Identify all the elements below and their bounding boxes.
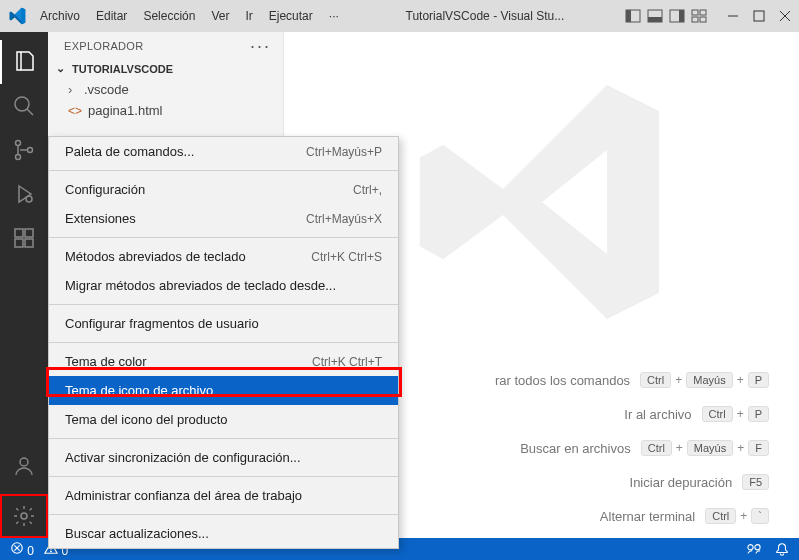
svg-rect-6 — [692, 10, 698, 15]
menu-item-label: Métodos abreviados de teclado — [65, 249, 246, 264]
layout-controls — [625, 8, 707, 24]
menu-item[interactable]: Administrar confianza del área de trabaj… — [49, 481, 398, 510]
cmd-start-debugging: Iniciar depuración F5 — [495, 474, 769, 490]
menu-item[interactable]: Migrar métodos abreviados de teclado des… — [49, 271, 398, 300]
svg-point-14 — [15, 97, 29, 111]
menu-item-label: Migrar métodos abreviados de teclado des… — [65, 278, 336, 293]
chevron-right-icon: › — [68, 82, 78, 97]
menu-archivo[interactable]: Archivo — [34, 5, 86, 27]
menu-item[interactable]: ConfiguraciónCtrl+, — [49, 175, 398, 204]
key: Mayús — [687, 440, 733, 456]
customize-layout-icon[interactable] — [691, 8, 707, 24]
close-icon[interactable] — [779, 10, 791, 22]
vscode-watermark-icon — [412, 72, 672, 332]
menu-item-shortcut: Ctrl+, — [353, 183, 382, 197]
file-tree: › .vscode <> pagina1.html — [48, 79, 283, 121]
svg-rect-1 — [626, 10, 631, 22]
feedback-icon[interactable] — [747, 542, 761, 556]
panel-bottom-icon[interactable] — [647, 8, 663, 24]
svg-rect-11 — [754, 11, 764, 21]
tree-file-pagina1[interactable]: <> pagina1.html — [64, 100, 283, 121]
title-bar: Archivo Editar Selección Ver Ir Ejecutar… — [0, 0, 799, 32]
menu-item[interactable]: Tema de icono de archivo — [49, 376, 398, 405]
cmd-label: Ir al archivo — [624, 407, 691, 422]
svg-rect-3 — [648, 17, 662, 22]
panel-left-icon[interactable] — [625, 8, 641, 24]
key: P — [748, 372, 769, 388]
status-errors[interactable]: 0 — [10, 541, 34, 558]
menu-item[interactable]: Paleta de comandos...Ctrl+Mayús+P — [49, 137, 398, 166]
minimize-icon[interactable] — [727, 10, 739, 22]
key: P — [748, 406, 769, 422]
menu-item-label: Extensiones — [65, 211, 136, 226]
menu-item[interactable]: Tema de colorCtrl+K Ctrl+T — [49, 347, 398, 376]
menu-item-label: Administrar confianza del área de trabaj… — [65, 488, 302, 503]
menu-separator — [49, 438, 398, 439]
menu-editar[interactable]: Editar — [90, 5, 133, 27]
project-header[interactable]: ⌄ TUTORIALVSCODE — [48, 58, 283, 79]
menu-item[interactable]: ExtensionesCtrl+Mayús+X — [49, 204, 398, 233]
menu-seleccion[interactable]: Selección — [137, 5, 201, 27]
svg-rect-21 — [25, 229, 33, 237]
activity-bar — [0, 32, 48, 538]
svg-rect-22 — [15, 239, 23, 247]
explorer-title: EXPLORADOR — [64, 40, 143, 52]
activity-search[interactable] — [0, 84, 48, 128]
menu-overflow[interactable]: ··· — [323, 5, 345, 27]
menu-item-shortcut: Ctrl+Mayús+P — [306, 145, 382, 159]
cmd-find-in-files: Buscar en archivos Ctrl+Mayús+F — [495, 440, 769, 456]
svg-point-30 — [51, 551, 52, 552]
activity-run-debug[interactable] — [0, 172, 48, 216]
tree-folder-vscode[interactable]: › .vscode — [64, 79, 283, 100]
svg-point-31 — [748, 545, 753, 550]
menu-item[interactable]: Métodos abreviados de tecladoCtrl+K Ctrl… — [49, 242, 398, 271]
panel-right-icon[interactable] — [669, 8, 685, 24]
menu-ejecutar[interactable]: Ejecutar — [263, 5, 319, 27]
activity-accounts[interactable] — [0, 444, 48, 488]
svg-point-16 — [16, 141, 21, 146]
menu-item-label: Tema de icono de archivo — [65, 383, 213, 398]
key: ` — [751, 508, 769, 524]
activity-extensions[interactable] — [0, 216, 48, 260]
svg-point-17 — [16, 155, 21, 160]
debug-icon — [12, 182, 36, 206]
cmd-label: Buscar en archivos — [520, 441, 631, 456]
cmd-show-commands: rar todos los comandos Ctrl+Mayús+P — [495, 372, 769, 388]
file-label: pagina1.html — [88, 103, 162, 118]
menu-item[interactable]: Tema del icono del producto — [49, 405, 398, 434]
activity-source-control[interactable] — [0, 128, 48, 172]
menu-item-shortcut: Ctrl+K Ctrl+T — [312, 355, 382, 369]
files-icon — [13, 50, 37, 74]
menu-item[interactable]: Activar sincronización de configuración.… — [49, 443, 398, 472]
menu-ver[interactable]: Ver — [205, 5, 235, 27]
menu-ir[interactable]: Ir — [239, 5, 258, 27]
menu-item-shortcut: Ctrl+K Ctrl+S — [311, 250, 382, 264]
key: Ctrl — [640, 372, 671, 388]
search-icon — [12, 94, 36, 118]
svg-point-19 — [26, 196, 32, 202]
welcome-commands: rar todos los comandos Ctrl+Mayús+P Ir a… — [495, 372, 769, 524]
svg-rect-5 — [679, 10, 684, 22]
bell-icon[interactable] — [775, 542, 789, 556]
menu-item-label: Buscar actualizaciones... — [65, 526, 209, 541]
cmd-label: rar todos los comandos — [495, 373, 630, 388]
manage-context-menu: Paleta de comandos...Ctrl+Mayús+PConfigu… — [48, 136, 399, 549]
activity-manage[interactable] — [0, 494, 48, 538]
activity-explorer[interactable] — [0, 40, 48, 84]
key: F — [748, 440, 769, 456]
key: F5 — [742, 474, 769, 490]
menu-item-label: Activar sincronización de configuración.… — [65, 450, 301, 465]
extensions-icon — [12, 226, 36, 250]
menu-item[interactable]: Configurar fragmentos de usuario — [49, 309, 398, 338]
vscode-logo-icon — [8, 7, 26, 25]
maximize-icon[interactable] — [753, 10, 765, 22]
svg-rect-7 — [700, 10, 706, 15]
explorer-more-icon[interactable]: ··· — [250, 41, 271, 51]
svg-point-24 — [20, 458, 28, 466]
menu-item[interactable]: Buscar actualizaciones... — [49, 519, 398, 548]
account-icon — [12, 454, 36, 478]
menu-bar: Archivo Editar Selección Ver Ir Ejecutar… — [34, 5, 345, 27]
menu-separator — [49, 476, 398, 477]
svg-rect-20 — [15, 229, 23, 237]
cmd-label: Iniciar depuración — [630, 475, 733, 490]
